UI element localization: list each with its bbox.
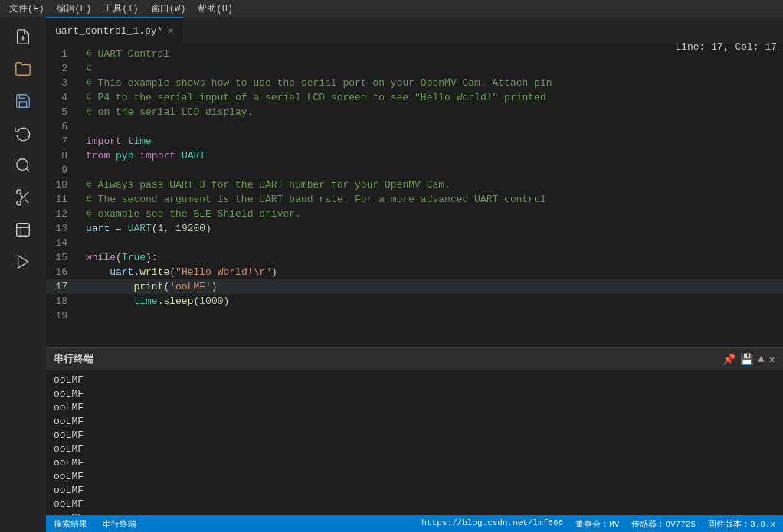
line-content-1: # UART Control [80, 47, 169, 61]
menu-item-edit[interactable]: 编辑(E) [51, 1, 98, 17]
code-line-17[interactable]: 17 print('ooLMF') [46, 279, 783, 294]
line-number-19: 19 [46, 308, 77, 323]
code-editor[interactable]: 1# UART Control2#3# This example shows h… [46, 44, 783, 347]
terminal-close-icon[interactable]: ✕ [769, 353, 775, 366]
terminal-expand-icon[interactable]: ▲ [758, 353, 764, 365]
line-content-16: uart.write("Hello World!\r") [80, 265, 277, 279]
menubar: 文件(F) 编辑(E) 工具(I) 窗口(W) 帮助(H) [0, 0, 783, 17]
code-line-13[interactable]: 13uart = UART(1, 19200) [46, 221, 783, 236]
line-number-6: 6 [46, 119, 77, 134]
line-content-12: # example see the BLE-Shield driver. [80, 207, 301, 221]
line-content-9 [80, 163, 92, 178]
line-number-17: 17 [46, 279, 77, 294]
code-line-1[interactable]: 1# UART Control [46, 47, 783, 61]
code-line-19[interactable]: 19 [46, 308, 783, 323]
line-number-18: 18 [46, 294, 77, 308]
sidebar [0, 17, 46, 532]
code-line-7[interactable]: 7import time [46, 134, 783, 149]
line-content-15: while(True): [80, 250, 158, 265]
status-sensor: 传感器：OV7725 [631, 518, 696, 530]
line-number-11: 11 [46, 192, 77, 207]
menu-item-tools[interactable]: 工具(I) [97, 1, 145, 17]
status-search-result[interactable]: 搜索结果 [54, 518, 87, 530]
code-line-4[interactable]: 4# P4 to the serial input of a serial LC… [46, 90, 783, 105]
menu-item-help[interactable]: 帮助(H) [192, 1, 239, 17]
svg-marker-12 [18, 256, 28, 269]
undo-icon[interactable] [9, 119, 37, 147]
line-content-6 [80, 119, 92, 134]
line-number-15: 15 [46, 250, 77, 265]
code-line-16[interactable]: 16 uart.write("Hello World!\r") [46, 265, 783, 279]
svg-point-5 [17, 190, 21, 194]
line-number-4: 4 [46, 90, 77, 105]
terminal-save-icon[interactable]: 💾 [740, 353, 753, 366]
line-content-10: # Always pass UART 3 for the UART number… [80, 178, 450, 192]
line-content-7: import time [80, 134, 152, 149]
line-content-19 [80, 308, 92, 323]
terminal-line: ooLMF [54, 498, 775, 511]
line-number-3: 3 [46, 76, 77, 90]
status-serial-terminal[interactable]: 串行终端 [103, 518, 136, 530]
run-icon[interactable] [9, 248, 37, 276]
svg-line-8 [20, 194, 23, 197]
svg-line-3 [26, 168, 29, 171]
line-content-8: from pyb import UART [80, 149, 205, 163]
terminal-line: ooLMF [54, 470, 775, 484]
search-icon[interactable] [9, 152, 37, 179]
line-number-1: 1 [46, 47, 77, 61]
code-line-6[interactable]: 6 [46, 119, 783, 134]
code-line-14[interactable]: 14 [46, 236, 783, 250]
menu-item-file[interactable]: 文件(F) [3, 1, 51, 17]
terminal-pin-icon[interactable]: 📌 [722, 353, 735, 366]
line-number-8: 8 [46, 149, 77, 163]
line-content-5: # on the serial LCD display. [80, 105, 253, 119]
terminal-line: ooLMF [54, 456, 775, 470]
open-file-icon[interactable] [9, 55, 37, 83]
code-line-3[interactable]: 3# This example shows how to use the ser… [46, 76, 783, 90]
line-number-10: 10 [46, 178, 77, 192]
status-firmware: 固件版本：3.8.x [708, 518, 775, 530]
code-line-18[interactable]: 18 time.sleep(1000) [46, 294, 783, 308]
svg-point-2 [17, 159, 28, 171]
line-content-3: # This example shows how to use the seri… [80, 76, 552, 90]
tab-uart-control[interactable]: uart_control_1.py* × [46, 17, 183, 44]
terminal-line: ooLMF [54, 484, 775, 498]
line-number-16: 16 [46, 265, 77, 279]
code-line-2[interactable]: 2# [46, 61, 783, 76]
line-content-4: # P4 to the serial input of a serial LCD… [80, 90, 546, 105]
new-file-icon[interactable] [9, 23, 37, 51]
connect-icon[interactable] [9, 216, 37, 243]
line-number-14: 14 [46, 236, 77, 250]
terminal-line: ooLMF [54, 429, 775, 442]
terminal-line: ooLMF [54, 374, 775, 387]
status-link[interactable]: https://blog.csdn.net/lmf666 [421, 518, 563, 530]
code-line-8[interactable]: 8from pyb import UART [46, 149, 783, 163]
terminal-line: ooLMF [54, 401, 775, 415]
code-line-12[interactable]: 12# example see the BLE-Shield driver. [46, 207, 783, 221]
tab-close-button[interactable]: × [167, 25, 173, 38]
code-line-5[interactable]: 5# on the serial LCD display. [46, 105, 783, 119]
code-line-11[interactable]: 11# The second argument is the UART baud… [46, 192, 783, 207]
terminal-line: ooLMF [54, 387, 775, 401]
cut-icon[interactable] [9, 184, 37, 211]
svg-rect-9 [17, 224, 30, 237]
svg-point-4 [17, 201, 21, 206]
line-content-17: print('ooLMF') [80, 279, 218, 294]
menu-item-window[interactable]: 窗口(W) [145, 1, 192, 17]
line-content-2: # [80, 61, 92, 76]
line-content-11: # The second argument is the UART baud r… [80, 192, 546, 207]
line-number-7: 7 [46, 134, 77, 149]
code-line-15[interactable]: 15while(True): [46, 250, 783, 265]
save-icon[interactable] [9, 87, 37, 115]
line-number-9: 9 [46, 163, 77, 178]
svg-line-7 [25, 199, 28, 203]
terminal-output: ooLMFooLMFooLMFooLMFooLMFooLMFooLMFooLMF… [46, 370, 783, 515]
status-board: 董事会：MV [575, 518, 619, 530]
code-line-9[interactable]: 9 [46, 163, 783, 178]
terminal-header: 串行终端 📌 💾 ▲ ✕ [46, 348, 783, 370]
terminal-container: 串行终端 📌 💾 ▲ ✕ ooLMFooLMFooLMFooLMFooLMFoo… [46, 347, 783, 515]
code-line-10[interactable]: 10# Always pass UART 3 for the UART numb… [46, 178, 783, 192]
status-line-info: Line: 17, Col: 17 [675, 34, 777, 60]
line-number-13: 13 [46, 221, 77, 236]
line-content-13: uart = UART(1, 19200) [80, 221, 211, 236]
